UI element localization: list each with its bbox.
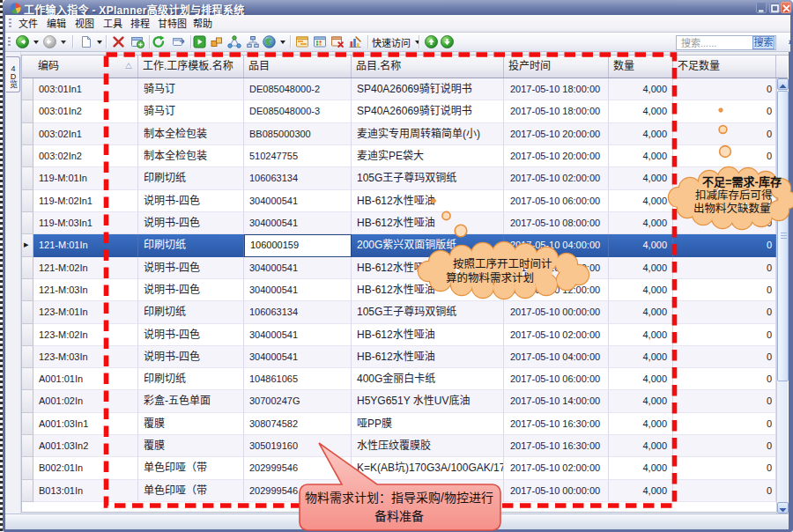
table-row[interactable]: 003:02In2制本全检包装510247755麦迪实PE袋大2017-05-1… bbox=[22, 145, 776, 167]
refresh-button[interactable] bbox=[152, 33, 166, 51]
column-header-label: 不足数量 bbox=[678, 60, 720, 72]
search-input[interactable] bbox=[677, 37, 752, 49]
row-header[interactable] bbox=[22, 190, 33, 212]
row-header[interactable]: ▸ bbox=[22, 234, 33, 256]
bar-chart-button[interactable] bbox=[348, 33, 362, 51]
grid-edit-value: 106000159 bbox=[250, 240, 299, 250]
column-header-item[interactable]: 品目 bbox=[244, 55, 352, 78]
back-button[interactable] bbox=[16, 33, 39, 51]
packages-button[interactable] bbox=[210, 33, 224, 51]
table-row[interactable]: A001:02In彩盒-五色单面30700247GH5YG651Y 水性UV底油… bbox=[22, 390, 776, 412]
grid-cell-item_name: HB-612水性哑油 bbox=[352, 212, 504, 234]
table-row[interactable]: 121-M:02In说明书-四色304000541HB-612水性哑油2017-… bbox=[22, 257, 776, 279]
column-header-shortage[interactable]: 不足数量 bbox=[673, 55, 776, 78]
grid-cell-qty: 4,000 bbox=[609, 212, 673, 234]
menu-item-0[interactable]: 文件 bbox=[19, 15, 38, 33]
toolbar-grip[interactable] bbox=[8, 37, 11, 48]
table-row[interactable]: A001:01In印刷切纸104861065400G金丽白卡纸2017-05-1… bbox=[22, 368, 776, 390]
minimize-button[interactable] bbox=[756, 2, 767, 13]
search-button[interactable]: 搜索 bbox=[752, 36, 774, 49]
row-header[interactable] bbox=[22, 78, 33, 100]
grid-edit-cell[interactable]: 106000159 bbox=[244, 234, 352, 256]
table-row[interactable]: B002:01In单色印哑（带202999546K=K(AB坑)170G3A/1… bbox=[22, 457, 776, 479]
row-header[interactable] bbox=[22, 167, 33, 189]
column-header-item_name[interactable]: 品目.名称 bbox=[352, 55, 504, 78]
gantt-window-button[interactable] bbox=[295, 33, 309, 51]
title-bar[interactable]: 工作输入指令 - XPlanner高级计划与排程系统 bbox=[3, 0, 793, 15]
row-header[interactable] bbox=[22, 279, 33, 301]
column-header-label: 品目 bbox=[248, 60, 270, 72]
close-button[interactable] bbox=[781, 2, 791, 13]
table-row[interactable]: 119-M:03In1说明书-四色304000541HB-612水性哑油2017… bbox=[22, 212, 776, 234]
move-up-button[interactable] bbox=[425, 33, 438, 51]
calendar-board-button[interactable] bbox=[313, 33, 327, 51]
grid-cell-shortage: 0 bbox=[673, 480, 776, 502]
menu-item-1[interactable]: 编辑 bbox=[47, 15, 66, 33]
save-table-button[interactable] bbox=[130, 33, 145, 51]
grid-cell-item: 202999546 bbox=[244, 480, 352, 502]
table-row[interactable]: 003:01In1骑马订DE085048000-2SP40A26069骑钉说明书… bbox=[22, 78, 776, 100]
quick-access-button[interactable]: 快速访问 bbox=[372, 33, 420, 51]
row-header[interactable] bbox=[22, 324, 33, 346]
open-window-button[interactable] bbox=[172, 33, 186, 51]
row-header[interactable] bbox=[22, 212, 33, 234]
grid-cell-qty: 4,000 bbox=[609, 145, 673, 167]
row-header[interactable] bbox=[22, 480, 33, 502]
row-header[interactable] bbox=[22, 413, 33, 435]
scroll-up-button[interactable] bbox=[777, 78, 789, 90]
table-row[interactable]: A001:03In2覆膜305019160水性压纹覆膜胶2017-05-10 1… bbox=[22, 435, 776, 457]
table-row[interactable]: 003:01In2骑马订DE085048000-3SP40A26069骑钉说明书… bbox=[22, 100, 776, 122]
new-document-button[interactable] bbox=[80, 33, 102, 51]
menu-item-3[interactable]: 工具 bbox=[103, 15, 122, 33]
table-row[interactable]: 119-M:01In印刷切纸106063134105G王子尊玛双铜纸2017-0… bbox=[22, 167, 776, 189]
grid-cell-template: 彩盒-五色单面 bbox=[138, 390, 244, 412]
row-header[interactable] bbox=[22, 435, 33, 457]
table-row[interactable]: 123-M:01In印刷切纸106063134105G王子尊玛双铜纸2017-0… bbox=[22, 301, 776, 323]
table-row[interactable]: 003:02In1制本全检包装BB085000300麦迪实专用周转箱简单(小)2… bbox=[22, 123, 776, 145]
toolbar-overflow-chevron-icon[interactable]: › bbox=[786, 36, 793, 48]
window-delete-button[interactable] bbox=[330, 33, 345, 51]
scrollbar-thumb[interactable] bbox=[777, 91, 789, 381]
forward-button[interactable] bbox=[43, 33, 66, 51]
menu-item-5[interactable]: 甘特图 bbox=[158, 15, 187, 33]
network-triangle-button[interactable] bbox=[227, 33, 241, 51]
grid-cell-start_time: 2017-05-10 04:00:00 bbox=[504, 346, 609, 368]
menu-item-2[interactable]: 视图 bbox=[75, 15, 94, 33]
side-panel-tab[interactable]: 4D览 bbox=[6, 56, 20, 92]
table-row[interactable]: B013:01In单色印哑（带2029995462017-05-10 00:00… bbox=[22, 480, 776, 502]
menubar-grip[interactable] bbox=[9, 18, 11, 28]
table-row[interactable]: 123-M:02In说明书-四色304000541HB-612水性哑油2017-… bbox=[22, 324, 776, 346]
row-header[interactable] bbox=[22, 123, 33, 145]
column-header-code[interactable]: 编码 bbox=[33, 55, 138, 78]
row-header[interactable] bbox=[22, 145, 33, 167]
grid-cell-qty: 4,000 bbox=[609, 346, 673, 368]
table-row[interactable]: 119-M:02In1说明书-四色304000541HB-612水性哑油2017… bbox=[22, 190, 776, 212]
column-header-template[interactable]: 工作.工序模板.名称 bbox=[138, 55, 244, 78]
menu-item-6[interactable]: 帮助 bbox=[193, 15, 212, 33]
globe-button[interactable] bbox=[263, 33, 285, 51]
row-header[interactable] bbox=[22, 457, 33, 479]
run-button[interactable] bbox=[193, 33, 206, 51]
table-row[interactable]: 121-M:03In说明书-四色304000541HB-612水性哑油2017-… bbox=[22, 279, 776, 301]
table-row[interactable]: 123-M:03In说明书-四色304000541HB-612水性哑油2017-… bbox=[22, 346, 776, 368]
delete-button[interactable] bbox=[112, 33, 125, 51]
scroll-down-button[interactable] bbox=[777, 502, 789, 514]
menu-item-4[interactable]: 排程 bbox=[130, 15, 150, 33]
row-header[interactable] bbox=[22, 390, 33, 412]
grid-cell-code: 003:02In2 bbox=[33, 145, 138, 167]
row-header[interactable] bbox=[22, 257, 33, 279]
table-row[interactable]: ▸121-M:01In印刷切纸106000159200G紫兴双面铜版纸2017-… bbox=[22, 234, 776, 256]
vertical-scrollbar[interactable] bbox=[776, 78, 788, 514]
grid-cell-template: 覆膜 bbox=[138, 435, 244, 457]
client-area: 4D览 编码工作.工序模板.名称品目品目.名称投产时间数量不足数量 003:01… bbox=[5, 52, 789, 514]
move-down-button[interactable] bbox=[441, 33, 454, 51]
maximize-button[interactable] bbox=[769, 2, 780, 13]
row-header[interactable] bbox=[22, 301, 33, 323]
org-chart-button[interactable] bbox=[246, 33, 260, 51]
column-header-start_time[interactable]: 投产时间 bbox=[504, 55, 609, 78]
row-header[interactable] bbox=[22, 100, 33, 122]
row-header[interactable] bbox=[22, 368, 33, 390]
column-header-qty[interactable]: 数量 bbox=[609, 55, 673, 78]
row-header[interactable] bbox=[22, 346, 33, 368]
table-row[interactable]: A001:03In1覆膜308074582哑PP膜2017-05-10 16:3… bbox=[22, 413, 776, 435]
